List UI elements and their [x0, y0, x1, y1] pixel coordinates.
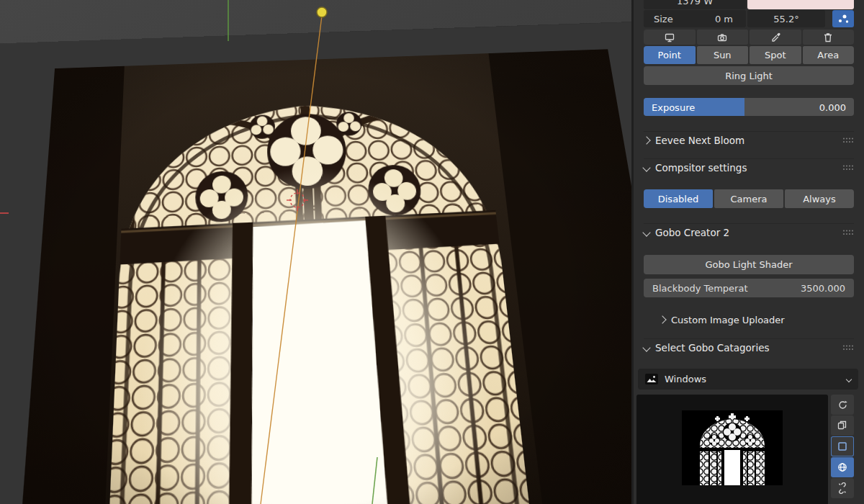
- light-type-point[interactable]: Point: [644, 46, 696, 64]
- light-type-label: Spot: [765, 50, 786, 60]
- subpanel-header-custom-uploader[interactable]: Custom Image Uploader: [660, 311, 854, 328]
- compositor-mode-disabled[interactable]: Disabled: [644, 189, 713, 208]
- image-thumbnail-icon: [645, 374, 658, 384]
- panel-grip-handle[interactable]: [842, 164, 854, 171]
- ring-light-button[interactable]: Ring Light: [644, 66, 854, 85]
- icon-toggle-row: [644, 30, 854, 45]
- duplicate-button[interactable]: [831, 415, 854, 436]
- blender-window: 1379 W Size 0 m 55.2°: [0, 0, 864, 504]
- panel-header-gobo-creator[interactable]: Gobo Creator 2: [644, 223, 854, 241]
- delete-button[interactable]: [803, 30, 855, 45]
- size-value: 0 m: [715, 14, 733, 24]
- properties-panel: 1379 W Size 0 m 55.2°: [634, 0, 864, 504]
- refresh-icon: [837, 400, 848, 410]
- blackbody-label: Blackbody Temperat: [652, 283, 748, 294]
- dots-icon: [836, 13, 850, 24]
- light-angle-field[interactable]: 55.2°: [747, 10, 825, 27]
- chevron-down-icon: [642, 343, 650, 351]
- light-color-swatch[interactable]: [747, 0, 854, 9]
- preview-tool-column: [831, 395, 854, 498]
- power-color-row: 1379 W: [644, 0, 854, 9]
- light-type-area[interactable]: Area: [803, 46, 855, 64]
- panel-grip-handle[interactable]: [842, 229, 854, 236]
- refresh-button[interactable]: [831, 395, 854, 415]
- light-type-label: Area: [817, 50, 839, 60]
- chevron-down-icon: [846, 376, 852, 382]
- exposure-label: Exposure: [652, 102, 695, 112]
- panel-grip-handle[interactable]: [842, 137, 854, 144]
- eyedropper-icon: [770, 32, 781, 43]
- panel-title: Eevee Next Bloom: [655, 135, 744, 146]
- blackbody-field[interactable]: Blackbody Temperat 3500.000: [644, 279, 854, 297]
- unlink-button[interactable]: [831, 478, 854, 498]
- compositor-mode-row: Disabled Camera Always: [644, 189, 854, 208]
- mode-label: Camera: [730, 194, 767, 204]
- dropdown-selected-value: Windows: [665, 374, 840, 384]
- panel-header-eevee-bloom[interactable]: Eevee Next Bloom: [644, 131, 854, 149]
- ring-light-label: Ring Light: [725, 71, 773, 81]
- light-type-row: Point Sun Spot Area: [644, 46, 854, 64]
- flat-preview-button[interactable]: [831, 436, 854, 456]
- chevron-right-icon: [642, 136, 650, 144]
- trash-icon: [822, 32, 834, 43]
- display-icon: [664, 32, 675, 43]
- panel-title: Gobo Creator 2: [655, 227, 729, 238]
- light-size-field[interactable]: Size 0 m: [644, 10, 746, 27]
- gobo-preview-thumbnail[interactable]: [682, 410, 783, 485]
- subpanel-title: Custom Image Uploader: [671, 315, 785, 325]
- copy-icon: [837, 420, 848, 431]
- gobo-light-shader-button[interactable]: Gobo Light Shader: [644, 255, 854, 274]
- rendered-plane[interactable]: [0, 21, 634, 504]
- sphere-preview-button[interactable]: [831, 457, 854, 477]
- exposure-value: 0.000: [819, 102, 846, 112]
- gobo-shader-row: Gobo Light Shader: [644, 255, 854, 274]
- globe-icon: [837, 462, 848, 473]
- light-type-label: Sun: [714, 50, 732, 60]
- gobo-shader-label: Gobo Light Shader: [706, 259, 793, 270]
- gobo-category-dropdown[interactable]: Windows: [638, 369, 858, 390]
- mode-label: Disabled: [658, 194, 698, 204]
- light-type-spot[interactable]: Spot: [750, 46, 801, 64]
- size-angle-row: Size 0 m 55.2°: [644, 10, 854, 27]
- unlink-icon: [837, 482, 848, 494]
- panel-header-gobo-categories[interactable]: Select Gobo Catagories: [644, 338, 854, 356]
- chevron-right-icon: [658, 315, 666, 323]
- viewport-3d[interactable]: [0, 0, 634, 504]
- compositor-mode-always[interactable]: Always: [785, 189, 854, 208]
- display-toggle-button[interactable]: [644, 30, 696, 45]
- blackbody-value: 3500.000: [801, 283, 845, 294]
- gobo-window-image: [15, 49, 634, 504]
- panel-title: Compsitor settings: [655, 162, 747, 174]
- camera-toggle-button[interactable]: [697, 30, 749, 45]
- chevron-down-icon: [642, 163, 650, 171]
- square-icon: [837, 441, 848, 452]
- panel-title: Select Gobo Catagories: [655, 342, 770, 354]
- eyedropper-button[interactable]: [750, 30, 801, 45]
- mode-label: Always: [803, 194, 836, 204]
- size-label: Size: [654, 14, 673, 24]
- light-type-label: Point: [658, 50, 681, 60]
- light-gizmo[interactable]: [317, 7, 327, 17]
- angle-value: 55.2°: [773, 14, 798, 24]
- gobo-preview-box: [636, 395, 828, 504]
- light-type-sun[interactable]: Sun: [697, 46, 749, 64]
- exposure-slider[interactable]: Exposure 0.000: [644, 98, 854, 116]
- light-power-value: 1379 W: [677, 0, 713, 6]
- light-power-field[interactable]: 1379 W: [644, 0, 746, 9]
- camera-icon: [716, 32, 728, 43]
- panel-header-compositor[interactable]: Compsitor settings: [644, 158, 854, 176]
- dots-decorator-button[interactable]: [832, 10, 854, 27]
- ring-light-row: Ring Light: [644, 66, 854, 85]
- panel-grip-handle[interactable]: [842, 344, 854, 351]
- chevron-down-icon: [642, 228, 650, 236]
- compositor-mode-camera[interactable]: Camera: [714, 189, 783, 208]
